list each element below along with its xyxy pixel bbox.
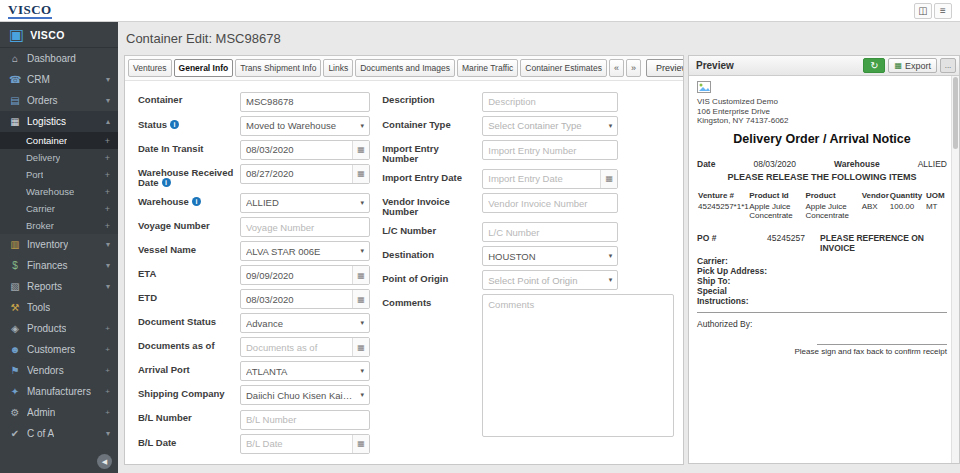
plus-icon: + [105, 366, 110, 375]
tabs-scroll-left-button[interactable]: « [609, 59, 624, 77]
sidebar-item-logistics[interactable]: ▦Logistics▴ [0, 111, 118, 132]
sidebar-item-c-of-a[interactable]: ✔C of A▾ [0, 423, 118, 444]
select-point-of-origin[interactable]: Select Point of Origin▾ [482, 270, 618, 290]
sidebar-item-label: Tools [27, 302, 50, 313]
tabs-scroll-right-button[interactable]: » [626, 59, 641, 77]
menu-icon[interactable]: ≡ [934, 3, 952, 19]
excel-icon: ▦ [894, 61, 902, 70]
sidebar-item-label: Vendors [27, 365, 64, 376]
sidebar-item-label: Products [27, 323, 66, 334]
field-label-text: Comments [382, 297, 431, 308]
calendar-icon[interactable]: ▦ [352, 290, 369, 308]
datepicker-date-in-transit: ▦ [240, 140, 370, 160]
input-container[interactable] [240, 92, 370, 112]
window-export-icon[interactable]: ◫ [914, 3, 932, 19]
select-container-type[interactable]: Select Container Type▾ [482, 116, 618, 136]
select-destination[interactable]: HOUSTON▾ [482, 246, 618, 266]
sidebar-item-tools[interactable]: ⚒Tools [0, 297, 118, 318]
chevron-down-icon: ▾ [106, 282, 110, 291]
info-icon[interactable]: i [162, 178, 171, 187]
form-field-container: Container [138, 91, 370, 112]
export-button[interactable]: ▦ Export [888, 58, 937, 73]
visco-logo[interactable]: VISCO [8, 3, 52, 19]
sidebar-item-dashboard[interactable]: ⌂Dashboard [0, 48, 118, 69]
sidebar-item-broker[interactable]: Broker+ [0, 217, 118, 234]
tab-trans-shipment-info[interactable]: Trans Shipment Info [235, 59, 321, 77]
input-etd[interactable] [241, 290, 352, 308]
form-field-date-in-transit: Date In Transit▦ [138, 140, 370, 160]
input-vendor-invoice-number[interactable] [482, 193, 618, 213]
po-value: 45245257 [767, 233, 812, 253]
sidebar-item-carrier[interactable]: Carrier+ [0, 200, 118, 217]
sidebar-item-warehouse[interactable]: Warehouse+ [0, 183, 118, 200]
sidebar-item-crm[interactable]: ☎CRM▾ [0, 69, 118, 90]
items-cell: ABX [861, 201, 889, 221]
sidebar-collapse-button[interactable]: ◀ [97, 454, 112, 469]
sidebar-item-reports[interactable]: ▧Reports▾ [0, 276, 118, 297]
preview-button[interactable]: Preview [646, 59, 683, 77]
sidebar-item-delivery[interactable]: Delivery+ [0, 149, 118, 166]
datepicker-eta: ▦ [240, 265, 370, 285]
crm-icon: ☎ [9, 74, 21, 85]
sidebar-item-vendors[interactable]: ⚑Vendors+ [0, 360, 118, 381]
sidebar-item-customers[interactable]: ☻Customers+ [0, 339, 118, 360]
sidebar-item-container[interactable]: Container+ [0, 132, 118, 149]
info-icon[interactable]: i [170, 120, 179, 129]
tab-general-info[interactable]: General Info [174, 59, 234, 77]
input-date-in-transit[interactable] [241, 141, 352, 159]
input-import-entry-number[interactable] [482, 140, 618, 160]
customers-icon: ☻ [9, 344, 21, 355]
sidebar-item-port[interactable]: Port+ [0, 166, 118, 183]
input-warehouse-received-date[interactable] [241, 165, 352, 183]
sidebar-item-label: Reports [27, 281, 62, 292]
tab-links[interactable]: Links [323, 59, 353, 77]
field-label-text: Container Type [382, 119, 450, 130]
input-voyage-number[interactable] [240, 217, 370, 237]
sidebar-item-manufacturers[interactable]: ✦Manufacturers+ [0, 381, 118, 402]
refresh-button[interactable]: ↻ [863, 58, 885, 73]
field-label-text: Arrival Port [138, 364, 190, 375]
input-b-l-date[interactable] [241, 435, 352, 453]
sidebar-brand[interactable]: ▣ VISCO [0, 22, 118, 48]
chevron-down-icon: ▾ [609, 122, 613, 130]
input-eta[interactable] [241, 266, 352, 284]
field-control: ▦ [240, 337, 370, 357]
select-document-status[interactable]: Advance▾ [240, 313, 370, 333]
release-line: PLEASE RELEASE THE FOLLOWING ITEMS [697, 172, 947, 182]
input-b-l-number[interactable] [240, 410, 370, 430]
field-control: ▦ [240, 140, 370, 160]
form-field-vendor-invoice-number: Vendor Invoice Number [382, 193, 675, 218]
select-warehouse[interactable]: ALLIED▾ [240, 193, 370, 213]
field-label-text: Import Entry Date [382, 172, 462, 183]
calendar-icon[interactable]: ▦ [352, 435, 369, 453]
sidebar-item-products[interactable]: ◈Products+ [0, 318, 118, 339]
scrollbar-thumb[interactable] [953, 77, 958, 149]
sidebar-item-label: Customers [27, 344, 75, 355]
sidebar-item-admin[interactable]: ⚙Admin+ [0, 402, 118, 423]
calendar-icon[interactable]: ▦ [352, 165, 369, 183]
input-l-c-number[interactable] [482, 222, 618, 242]
calendar-icon[interactable]: ▦ [352, 266, 369, 284]
calendar-icon[interactable]: ▦ [352, 338, 369, 356]
calendar-icon[interactable]: ▦ [352, 141, 369, 159]
select-vessel-name[interactable]: ALVA STAR 006E▾ [240, 241, 370, 261]
info-icon[interactable]: i [192, 197, 201, 206]
tab-marine-traffic[interactable]: Marine Traffic [457, 59, 518, 77]
input-documents-as-of[interactable] [241, 338, 352, 356]
sidebar-item-finances[interactable]: $Finances▾ [0, 255, 118, 276]
select-status[interactable]: Moved to Warehouse▾ [240, 116, 370, 136]
select-shipping-company[interactable]: Daiichi Chuo Kisen Kaisha - for ...▾ [240, 385, 370, 405]
textarea-comments[interactable] [482, 294, 674, 437]
tab-container-estimates[interactable]: Container Estimates [520, 59, 607, 77]
input-import-entry-date[interactable] [483, 170, 600, 188]
input-description[interactable] [482, 92, 618, 112]
sidebar-item-inventory[interactable]: ▥Inventory▾ [0, 234, 118, 255]
calendar-icon[interactable]: ▦ [600, 170, 617, 188]
select-arrival-port[interactable]: ATLANTA▾ [240, 361, 370, 381]
field-label-text: Point of Origin [382, 273, 448, 284]
preview-more-button[interactable]: ... [940, 58, 956, 73]
preview-scrollbar[interactable] [951, 76, 959, 463]
sidebar-item-orders[interactable]: ▤Orders▾ [0, 90, 118, 111]
tab-ventures[interactable]: Ventures [128, 59, 172, 77]
tab-documents-and-images[interactable]: Documents and Images [355, 59, 455, 77]
